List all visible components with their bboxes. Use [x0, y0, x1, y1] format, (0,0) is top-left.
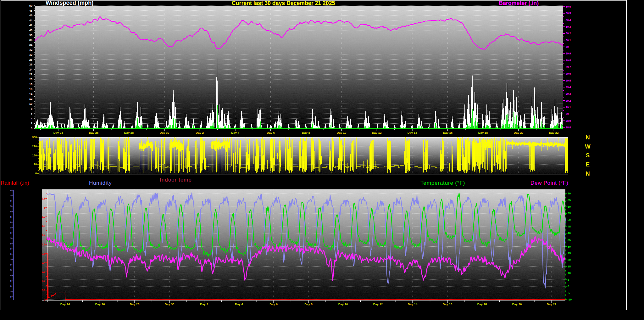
svg-text:30: 30 [568, 245, 571, 248]
svg-text:29: 29 [566, 112, 569, 115]
svg-text:0: 0 [35, 172, 37, 175]
svg-text:0.2: 0.2 [42, 279, 45, 283]
svg-text:90: 90 [34, 163, 37, 166]
svg-text:Day 10: Day 10 [337, 131, 347, 134]
svg-text:N: N [586, 134, 590, 141]
svg-text:-5: -5 [568, 291, 570, 295]
svg-text:34: 34 [29, 43, 32, 47]
svg-text:0: 0 [10, 263, 12, 266]
svg-text:30: 30 [566, 45, 569, 48]
svg-text:0: 0 [10, 199, 12, 202]
svg-text:Barometer (.in): Barometer (.in) [499, 0, 539, 6]
svg-text:5: 5 [10, 216, 12, 218]
svg-text:Day 6: Day 6 [267, 131, 275, 134]
svg-text:Day 2: Day 2 [196, 131, 203, 134]
svg-text:Humidity: Humidity [89, 180, 112, 186]
svg-text:Day 30: Day 30 [160, 131, 169, 134]
svg-text:Day 8: Day 8 [302, 131, 310, 134]
svg-text:50: 50 [29, 4, 32, 7]
svg-text:29.5: 29.5 [566, 79, 571, 82]
svg-text:0: 0 [10, 210, 12, 213]
svg-text:1: 1 [44, 206, 45, 209]
svg-text:Day 14: Day 14 [408, 302, 418, 306]
svg-text:Day 6: Day 6 [269, 302, 277, 306]
svg-text:30.2: 30.2 [566, 32, 571, 35]
svg-text:18: 18 [29, 83, 32, 86]
svg-text:Day 28: Day 28 [124, 131, 134, 134]
svg-text:0.4: 0.4 [42, 261, 45, 264]
svg-text:S: S [586, 152, 590, 159]
svg-text:0.5: 0.5 [42, 252, 45, 255]
svg-text:25: 25 [568, 252, 571, 255]
svg-text:29.9: 29.9 [566, 52, 571, 55]
svg-text:Day 8: Day 8 [304, 302, 312, 306]
svg-text:22: 22 [29, 73, 32, 76]
svg-text:0.3: 0.3 [42, 270, 45, 273]
svg-text:30.6: 30.6 [566, 5, 571, 8]
svg-text:0: 0 [10, 295, 12, 298]
svg-text:0.7: 0.7 [42, 233, 45, 237]
svg-text:Temperature (°F): Temperature (°F) [420, 180, 465, 186]
svg-text:Day 28: Day 28 [130, 302, 140, 306]
svg-text:2: 2 [31, 122, 32, 125]
svg-text:29.6: 29.6 [566, 72, 571, 75]
svg-text:28.8: 28.8 [566, 126, 571, 129]
svg-text:46: 46 [29, 14, 32, 17]
svg-text:6: 6 [31, 112, 32, 115]
svg-text:14: 14 [29, 93, 32, 96]
svg-text:30: 30 [29, 53, 32, 56]
svg-text:Day 30: Day 30 [165, 302, 175, 306]
svg-text:5: 5 [10, 247, 12, 250]
svg-text:-10: -10 [568, 298, 572, 301]
svg-text:55: 55 [568, 212, 571, 215]
svg-text:24: 24 [29, 68, 32, 71]
svg-text:5: 5 [10, 226, 12, 229]
svg-text:Day 16: Day 16 [443, 302, 452, 306]
svg-text:38: 38 [29, 34, 32, 37]
svg-text:0.8: 0.8 [42, 224, 45, 227]
svg-text:0.1: 0.1 [42, 289, 45, 292]
svg-text:180: 180 [32, 154, 37, 157]
svg-text:5: 5 [10, 237, 12, 240]
svg-text:Day 12: Day 12 [372, 131, 382, 134]
svg-text:Day 2: Day 2 [200, 302, 208, 306]
svg-text:42: 42 [29, 24, 32, 27]
svg-text:48: 48 [29, 9, 32, 12]
svg-text:26: 26 [29, 63, 32, 66]
svg-text:5: 5 [568, 278, 569, 281]
svg-text:20: 20 [568, 258, 571, 261]
svg-text:5: 5 [10, 258, 12, 261]
svg-text:Rainfall (.in): Rainfall (.in) [1, 180, 29, 186]
svg-text:15: 15 [568, 265, 571, 268]
svg-text:45: 45 [568, 225, 571, 228]
svg-text:5: 5 [10, 290, 12, 293]
svg-text:0: 0 [10, 242, 12, 245]
svg-text:Day 26: Day 26 [95, 302, 105, 306]
svg-text:29.2: 29.2 [566, 99, 571, 102]
svg-text:32: 32 [29, 48, 32, 51]
svg-text:Day 22: Day 22 [549, 131, 559, 134]
svg-text:30.5: 30.5 [566, 12, 571, 15]
svg-text:60: 60 [568, 205, 571, 208]
svg-text:0: 0 [31, 127, 32, 130]
svg-text:0.9: 0.9 [42, 215, 45, 218]
svg-text:10: 10 [29, 102, 32, 105]
svg-text:360: 360 [32, 136, 37, 139]
svg-text:Day 20: Day 20 [514, 131, 524, 134]
svg-text:E: E [586, 161, 590, 168]
svg-text:50: 50 [568, 218, 571, 222]
svg-text:Day 18: Day 18 [478, 131, 488, 134]
svg-text:Day 22: Day 22 [547, 302, 557, 306]
svg-text:5: 5 [10, 205, 12, 208]
svg-text:8: 8 [31, 107, 32, 110]
svg-text:12: 12 [29, 97, 32, 100]
svg-text:0: 0 [10, 253, 12, 255]
svg-text:Day 16: Day 16 [443, 131, 453, 134]
svg-text:28: 28 [29, 58, 32, 61]
svg-text:30.3: 30.3 [566, 25, 571, 28]
svg-text:Windspeed (mph): Windspeed (mph) [46, 0, 93, 6]
svg-text:0: 0 [10, 274, 12, 277]
svg-text:5: 5 [10, 279, 12, 282]
svg-text:Current last 30 days December: Current last 30 days December 21 2025 [232, 0, 335, 6]
svg-text:29.3: 29.3 [566, 92, 571, 95]
